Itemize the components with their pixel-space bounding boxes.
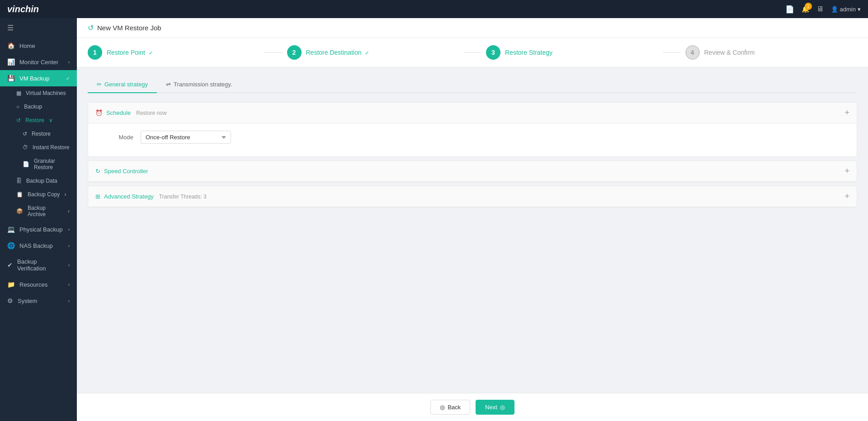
- next-icon: ◎: [500, 404, 505, 411]
- sidebar-instant-restore-label: Instant Restore: [33, 144, 69, 151]
- transmission-tab-label: Transmission strategy.: [174, 81, 232, 88]
- sidebar-item-physical-backup[interactable]: 💻 Physical Backup ›: [0, 221, 77, 237]
- next-button[interactable]: Next ◎: [476, 400, 514, 415]
- schedule-title: Schedule: [106, 109, 131, 116]
- monitor-center-icon: 📊: [7, 58, 15, 66]
- section-gap-1: [88, 157, 857, 161]
- sidebar-item-resources[interactable]: 📁 Resources ›: [0, 276, 77, 293]
- sidebar-item-nas-backup[interactable]: 🌐 NAS Backup ›: [0, 237, 77, 254]
- sidebar-restore-label: Restore: [25, 117, 44, 123]
- sidebar-granular-label: Granular Restore: [34, 158, 70, 170]
- transmission-tab-icon: ⇌: [166, 81, 171, 88]
- step-label-3: Restore Strategy: [505, 49, 552, 56]
- step-circle-4: 4: [685, 45, 700, 60]
- granular-restore-icon: 📄: [23, 161, 29, 167]
- sidebar-monitor-label: Monitor Center: [19, 59, 58, 66]
- physical-backup-icon: 💻: [7, 226, 15, 233]
- tab-transmission-strategy[interactable]: ⇌ Transmission strategy.: [157, 76, 241, 93]
- mode-row: Mode Once-off Restore Scheduled Restore: [97, 131, 848, 144]
- verification-arrow-icon: ›: [68, 263, 70, 268]
- advanced-expand-icon[interactable]: +: [844, 192, 849, 201]
- sidebar-item-restore[interactable]: ↺ Restore ∨: [0, 114, 77, 127]
- wizard-step-2: 2 Restore Destination ✓: [287, 45, 459, 60]
- sidebar-item-instant-restore[interactable]: ⏱ Instant Restore: [0, 141, 77, 154]
- speed-title: Speed Controller: [104, 168, 148, 175]
- sidebar: ☰ 🏠 Home 📊 Monitor Center › 💾 VM Backup …: [0, 18, 77, 421]
- advanced-header[interactable]: ⊞ Advanced Strategy Transfer Threads: 3 …: [88, 186, 857, 207]
- wizard-step-4: 4 Review & Confirm: [685, 45, 858, 60]
- system-icon: ⚙: [7, 297, 13, 304]
- step-num-1: 1: [93, 49, 97, 56]
- content-area: ↺ New VM Restore Job 1 Restore Point ✓ 2: [77, 18, 868, 421]
- restore-sub-icon: ↺: [23, 131, 27, 137]
- step-circle-3: 3: [486, 45, 500, 60]
- wizard-step-1: 1 Restore Point ✓: [88, 45, 260, 60]
- step-label-2: Restore Destination ✓: [306, 49, 370, 56]
- sidebar-item-granular-restore[interactable]: 📄 Granular Restore: [0, 154, 77, 174]
- advanced-header-left: ⊞ Advanced Strategy Transfer Threads: 3: [95, 193, 207, 200]
- sidebar-item-backup-data[interactable]: 🗄 Backup Data: [0, 174, 77, 188]
- sidebar-item-backup-verification[interactable]: ✔ Backup Verification ›: [0, 254, 77, 276]
- next-label: Next: [485, 404, 497, 411]
- page-header-icon: ↺: [88, 24, 94, 32]
- tab-general-strategy[interactable]: ✏ General strategy: [88, 76, 157, 93]
- mode-label: Mode: [97, 134, 133, 141]
- sidebar-nas-label: NAS Backup: [19, 242, 53, 249]
- speed-header[interactable]: ↻ Speed Controller +: [88, 161, 857, 182]
- sidebar-item-home[interactable]: 🏠 Home: [0, 38, 77, 54]
- hamburger-button[interactable]: ☰: [0, 18, 77, 38]
- sidebar-system-label: System: [18, 298, 37, 304]
- sidebar-item-restore-sub[interactable]: ↺ Restore: [0, 127, 77, 141]
- speed-controller-section: ↻ Speed Controller +: [88, 161, 857, 182]
- schedule-icon: ⏰: [95, 109, 103, 116]
- sidebar-item-backup[interactable]: ○ Backup: [0, 100, 77, 114]
- notif-badge: 1: [805, 3, 812, 10]
- advanced-subtitle: Transfer Threads: 3: [159, 194, 207, 200]
- wizard-step-3: 3 Restore Strategy: [486, 45, 658, 60]
- sidebar-backup-data-label: Backup Data: [26, 178, 57, 184]
- schedule-expand-icon[interactable]: +: [844, 108, 849, 118]
- schedule-header[interactable]: ⏰ Schedule Restore now +: [88, 103, 857, 123]
- mode-select[interactable]: Once-off Restore Scheduled Restore: [141, 131, 231, 144]
- sidebar-vms-label: Virtual Machines: [26, 90, 66, 96]
- monitor-icon[interactable]: 🖥: [816, 5, 824, 13]
- document-icon[interactable]: 📄: [785, 5, 794, 14]
- advanced-strategy-section: ⊞ Advanced Strategy Transfer Threads: 3 …: [88, 186, 857, 208]
- home-icon: 🏠: [7, 42, 15, 49]
- step-divider-3: [663, 52, 681, 53]
- vmbackup-icon: 💾: [7, 75, 15, 82]
- sidebar-item-backup-archive[interactable]: 📦 Backup Archive ›: [0, 201, 77, 221]
- sidebar-resources-label: Resources: [19, 281, 47, 288]
- sidebar-item-system[interactable]: ⚙ System ›: [0, 293, 77, 309]
- sidebar-backup-archive-label: Backup Archive: [28, 205, 63, 218]
- user-label: admin: [840, 6, 856, 13]
- backup-archive-icon: 📦: [16, 208, 23, 214]
- back-label: Back: [448, 404, 461, 411]
- back-button[interactable]: ◎ Back: [430, 400, 470, 415]
- backup-verification-icon: ✔: [7, 261, 13, 269]
- sidebar-item-vmbackup[interactable]: 💾 VM Backup ✓: [0, 70, 77, 86]
- sidebar-verification-label: Backup Verification: [17, 258, 64, 272]
- physical-backup-arrow-icon: ›: [68, 227, 70, 232]
- schedule-body: Mode Once-off Restore Scheduled Restore: [88, 123, 857, 156]
- section-gap-2: [88, 182, 857, 186]
- user-menu[interactable]: 👤 admin ▾: [831, 6, 861, 13]
- step-divider-1: [264, 52, 283, 53]
- notification-icon[interactable]: 🔔 1: [802, 5, 809, 13]
- topbar: vinchin 📄 🔔 1 🖥 👤 admin ▾: [0, 0, 868, 18]
- system-arrow-icon: ›: [68, 298, 70, 303]
- advanced-title: Advanced Strategy: [104, 193, 154, 200]
- speed-expand-icon[interactable]: +: [844, 166, 849, 176]
- topbar-right: 📄 🔔 1 🖥 👤 admin ▾: [785, 5, 861, 14]
- logo-chin: chin: [20, 4, 39, 14]
- sidebar-item-monitor[interactable]: 📊 Monitor Center ›: [0, 54, 77, 70]
- sidebar-item-virtual-machines[interactable]: ▦ Virtual Machines: [0, 86, 77, 100]
- sidebar-item-backup-copy[interactable]: 📋 Backup Copy ›: [0, 188, 77, 201]
- logo: vinchin: [7, 4, 39, 14]
- sidebar-vmbackup-label: VM Backup: [19, 75, 49, 82]
- speed-icon: ↻: [95, 168, 100, 175]
- nas-backup-icon: 🌐: [7, 242, 15, 249]
- restore-expand-icon: ∨: [49, 117, 53, 123]
- vmbackup-arrow-icon: ✓: [66, 76, 70, 81]
- step-check-1: ✓: [149, 50, 153, 56]
